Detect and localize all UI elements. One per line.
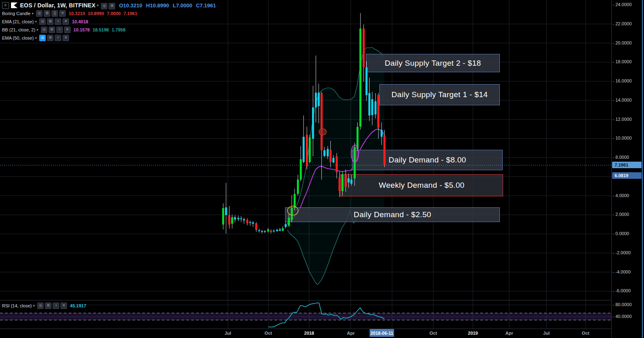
chevron-down-icon[interactable]: ▾ [97,3,99,7]
candle [258,229,260,233]
candle [243,218,245,224]
indicator-label[interactable]: Boring Candle [2,11,31,16]
candle [234,215,236,222]
date-highlight-badge: 2018-06-11 [370,329,394,337]
indicator-value: 10.1578 [74,27,90,32]
gear-icon[interactable]: ⚙ [47,18,53,25]
eye-icon[interactable]: ◎ [39,35,46,41]
indicator-value: 7.0000 [107,11,121,16]
indicator-label[interactable]: EMA (21, close) [2,19,34,24]
plus-icon[interactable]: + [55,35,61,41]
price-tick-label: 24.0000 [615,2,632,7]
chevron-down-icon[interactable]: ▾ [33,304,35,308]
candle [306,127,308,169]
candle [365,61,368,101]
indicator-value: 45.1917 [70,303,86,308]
menu-icon[interactable]: ≡ [2,2,9,9]
time-label-month: Oct [265,331,272,336]
plus-icon[interactable]: + [56,27,63,33]
ohlc-h: H10.8990 [146,2,169,9]
eye-icon[interactable]: ◎ [37,302,44,309]
price-tick-label: 8.0000 [615,155,629,160]
price-level-flag: 6.0819 [612,172,642,179]
close-icon[interactable]: ✕ [64,27,71,33]
candle [374,93,377,118]
price-tick-label: -2.0000 [615,250,631,255]
candle-body [234,217,236,220]
time-label-month: Oct [582,331,589,336]
rsi-tick-label: 80.0000 [615,302,632,307]
symbol-title[interactable]: EOS / Dollar, 1W, BITFINEX [20,2,96,9]
candle-body [252,222,254,224]
candle-body [285,224,287,227]
indicator-label[interactable]: EMA (50, close) [2,36,34,40]
price-tick-label: 22.0000 [615,21,632,26]
candle [339,171,341,197]
chevron-down-icon[interactable]: ▾ [32,11,34,16]
candle-body [258,230,260,231]
chevron-down-icon[interactable]: ▾ [35,20,37,24]
gear-icon[interactable]: ⚙ [109,3,115,9]
candle [282,226,284,231]
pane-separator[interactable] [0,300,644,300]
indicator-row-ema-21-close-: EMA (21, close)▾◎⚙+✕10.4018 [2,18,216,26]
chevron-down-icon[interactable]: ▾ [36,28,38,32]
candle [318,84,320,123]
candle [288,214,290,227]
indicator-label[interactable]: RSI (14, close) [2,303,32,308]
candle [336,153,338,178]
red-ellipse[interactable] [319,129,326,135]
ohlc-l: L7.0000 [173,2,192,9]
candle-body [341,174,343,191]
candle-body [336,156,338,172]
time-label-month: Jul [225,331,231,336]
candle-body [312,107,314,139]
close-icon[interactable]: ✕ [62,18,69,25]
eye-icon[interactable]: ◎ [39,18,46,25]
time-label-year: 2019 [468,331,478,336]
candle [255,222,257,232]
gear-icon[interactable]: ⚙ [47,35,53,41]
time-label-month: Jul [543,331,550,336]
candle-body [348,178,350,182]
eye-icon[interactable]: ◎ [41,27,47,33]
eye-icon[interactable]: ◎ [101,3,107,9]
window-accent-strip [642,0,643,338]
indicator-row-bb-21-close-2-: BB (21, close, 2)▾◎⚙+✕10.157818.51981.79… [2,26,216,34]
gear-icon[interactable]: ⚙ [44,10,50,17]
plus-icon[interactable]: + [53,302,59,309]
candle [285,222,287,229]
gear-icon[interactable]: ⚙ [45,302,51,309]
indicator-value: 10.8990 [88,11,104,16]
candle [291,195,293,222]
candle [330,141,332,167]
magenta-ellipse[interactable] [351,145,359,162]
candle-body [294,194,296,208]
plus-icon[interactable]: + [55,18,61,25]
indicator-label[interactable]: BB (21, close, 2) [2,27,35,32]
gear-icon[interactable]: ⚙ [49,27,55,33]
candle-body [303,137,305,162]
price-tick-label: -6.0000 [615,288,631,293]
candle-body [383,136,386,165]
candle [345,169,347,192]
chart-canvas[interactable] [0,0,611,338]
chevron-down-icon[interactable]: ▾ [35,36,37,40]
eye-icon[interactable]: ◎ [36,10,42,17]
candle-body [345,175,347,187]
indicator-value: 7.1961 [123,11,137,16]
close-icon[interactable]: ✕ [62,35,69,41]
close-icon[interactable]: ✕ [60,302,67,309]
candle-body [300,159,302,180]
time-label-month: Apr [506,331,513,336]
candle [312,86,314,156]
price-axis[interactable]: 24.000022.000020.000018.000016.000014.00… [611,0,644,338]
chart-logo [11,2,18,8]
close-icon[interactable]: ✕ [59,10,66,17]
candle [309,135,311,163]
price-tick-label: 4.0000 [615,193,629,198]
candle [368,78,370,121]
candle-body [327,149,329,156]
time-axis-separator [0,329,644,329]
braces-icon[interactable]: {} [51,10,58,17]
